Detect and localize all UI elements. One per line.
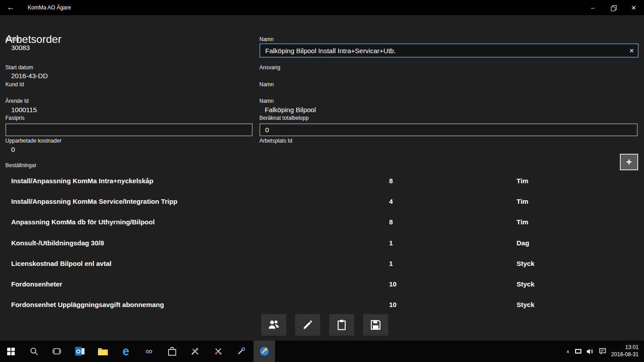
- system-tray: ∧ 13:01 2016-08-31: [566, 341, 644, 362]
- scissors-app-icon: [214, 347, 223, 356]
- volume-button[interactable]: [587, 349, 594, 354]
- action-center-button[interactable]: [599, 348, 606, 354]
- order-quantity: 8: [389, 177, 517, 185]
- upparbetade-value: 0: [11, 146, 15, 153]
- file-explorer-button[interactable]: [92, 341, 114, 362]
- add-order-button[interactable]: +: [620, 154, 638, 170]
- edge-button[interactable]: e: [115, 341, 137, 362]
- order-unit: Styck: [517, 280, 644, 288]
- beraknat-totalbelopp-input[interactable]: [259, 123, 638, 136]
- komma-app-button[interactable]: [254, 341, 275, 362]
- clear-text-icon[interactable]: ✕: [629, 48, 634, 54]
- order-unit: Styck: [517, 260, 644, 267]
- order-name: Konsult-/Utbildningsdag 30/8: [11, 239, 389, 247]
- window-title: KomMa AO Ägare: [28, 4, 71, 11]
- order-unit: Styck: [517, 301, 644, 308]
- ansvarig-label: Ansvarig: [259, 64, 280, 71]
- fastpris-input-wrap: [5, 123, 253, 136]
- network-display-button[interactable]: [575, 349, 581, 354]
- order-unit: Tim: [517, 198, 644, 205]
- store-button[interactable]: [161, 341, 183, 362]
- clipboard-icon: [335, 319, 348, 331]
- arende-id-value: 1000115: [11, 106, 37, 114]
- close-button[interactable]: ✕: [623, 0, 644, 15]
- order-quantity: 8: [389, 218, 517, 226]
- volume-icon: [587, 349, 594, 354]
- namn3-value: Falköping Bilpool: [265, 106, 316, 114]
- namn2-label: Namn: [259, 81, 274, 88]
- save-button[interactable]: [363, 314, 388, 336]
- people-button[interactable]: [261, 314, 286, 336]
- task-view-icon: [52, 348, 61, 355]
- edit-button[interactable]: [295, 314, 320, 336]
- order-row[interactable]: Install/Anpassning KomMa Intra+nyckelskå…: [0, 170, 644, 191]
- action-center-icon: [599, 348, 606, 354]
- task-view-button[interactable]: [46, 341, 68, 362]
- content-area: Arbetsorder AO Id 30083 Start datum 2016…: [0, 15, 644, 341]
- order-name: Install/Anpassning KomMa Service/Integra…: [11, 198, 389, 205]
- clock[interactable]: 13:01 2016-08-31: [611, 344, 639, 358]
- clipboard-button[interactable]: [329, 314, 354, 336]
- kund-id-label: Kund Id: [5, 81, 24, 88]
- arbetsplats-id-label: Arbetsplats Id: [259, 138, 292, 144]
- restore-icon: [611, 5, 616, 10]
- namn3-label: Namn: [259, 98, 274, 104]
- restore-button[interactable]: [603, 0, 623, 15]
- ao-id-value: 30083: [11, 44, 30, 51]
- search-button[interactable]: [23, 341, 45, 362]
- upparbetade-label: Upparbetade kostnader: [5, 138, 61, 144]
- ao-id-label: AO Id: [5, 36, 19, 42]
- beraknat-input-wrap: [259, 123, 638, 136]
- network-display-icon: [575, 349, 581, 354]
- app-window: ← KomMa AO Ägare – ✕ Arbetsorder AO Id 3…: [0, 0, 644, 362]
- order-name: Licenskostnad Bilpool enl avtal: [11, 260, 389, 267]
- search-icon: [30, 347, 38, 355]
- minimize-button[interactable]: –: [582, 0, 603, 15]
- back-button[interactable]: ←: [0, 0, 21, 15]
- outlook-icon: O: [75, 347, 85, 356]
- komma-app-icon: [259, 346, 270, 357]
- svg-text:O: O: [76, 348, 80, 355]
- order-unit: Tim: [517, 218, 644, 226]
- order-row[interactable]: Anpassning KomMa db för Uthyrning/Bilpoo…: [0, 212, 644, 232]
- visual-studio-icon: ∞: [145, 346, 153, 356]
- order-row[interactable]: Licenskostnad Bilpool enl avtal 1 Styck: [0, 253, 644, 274]
- titlebar: ← KomMa AO Ägare – ✕: [0, 0, 644, 15]
- tools-app-icon: [191, 347, 199, 356]
- visual-studio-button[interactable]: ∞: [138, 341, 160, 362]
- fastpris-input[interactable]: [5, 123, 253, 136]
- order-quantity: 10: [389, 301, 517, 308]
- order-quantity: 4: [389, 198, 517, 205]
- clock-time: 13:01: [611, 344, 639, 351]
- namn-input[interactable]: [259, 43, 639, 58]
- order-row[interactable]: Konsult-/Utbildningsdag 30/8 1 Dag: [0, 232, 644, 253]
- save-icon: [369, 319, 382, 331]
- order-quantity: 1: [389, 260, 517, 267]
- edit-icon: [301, 319, 314, 331]
- order-name: Install/Anpassning KomMa Intra+nyckelskå…: [11, 177, 389, 185]
- windows-logo-icon: [7, 348, 15, 355]
- tray-chevron-button[interactable]: ∧: [566, 349, 569, 354]
- taskbar-apps: O e ∞: [0, 341, 276, 362]
- outlook-button[interactable]: O: [69, 341, 91, 362]
- people-icon: [267, 318, 280, 332]
- orders-list: Install/Anpassning KomMa Intra+nyckelskå…: [0, 170, 644, 315]
- chevron-up-icon: ∧: [566, 349, 569, 354]
- namn-label: Namn: [259, 36, 274, 42]
- order-name: Fordonsenheter: [11, 280, 389, 288]
- order-row[interactable]: Fordonsenhet Uppläggningsavgift abonnema…: [0, 295, 644, 315]
- order-unit: Tim: [517, 177, 644, 185]
- window-controls: – ✕: [582, 0, 644, 15]
- order-row[interactable]: Install/Anpassning KomMa Service/Integra…: [0, 191, 644, 211]
- plus-icon: +: [626, 157, 632, 167]
- scissors-app-button[interactable]: [208, 341, 229, 362]
- close-icon: ✕: [631, 4, 636, 11]
- order-quantity: 1: [389, 239, 517, 247]
- namn-input-wrap: ✕: [259, 43, 639, 58]
- order-row[interactable]: Fordonsenheter 10 Styck: [0, 274, 644, 294]
- order-name: Fordonsenhet Uppläggningsavgift abonnema…: [11, 301, 389, 308]
- wrench-app-button[interactable]: [230, 341, 252, 362]
- start-button[interactable]: [0, 341, 21, 362]
- tools-app-button[interactable]: [184, 341, 206, 362]
- order-unit: Dag: [517, 239, 644, 247]
